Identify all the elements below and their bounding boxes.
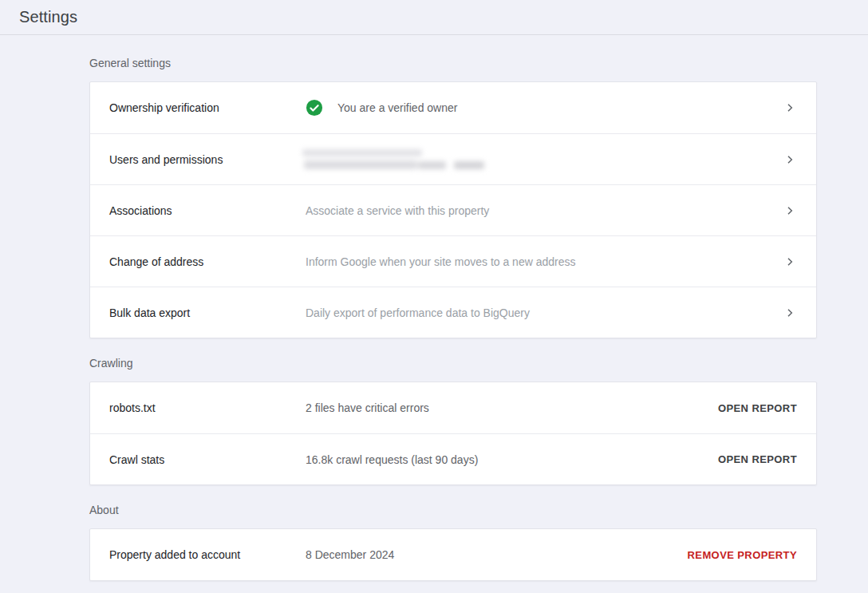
chevron-right-icon (783, 152, 797, 167)
chevron-right-icon (783, 306, 797, 320)
remove-property-button[interactable]: REMOVE PROPERTY (688, 543, 797, 567)
general-settings-card: Ownership verification You are a verifie… (89, 81, 817, 338)
crawling-card: robots.txt 2 files have critical errors … (89, 381, 817, 485)
settings-content: General settings Ownership verification … (0, 57, 817, 581)
section-label-general-settings: General settings (89, 57, 817, 69)
row-label: Crawl stats (109, 453, 306, 466)
row-label: Ownership verification (109, 101, 306, 114)
row-property-added: Property added to account 8 December 202… (90, 529, 816, 580)
redacted-text (302, 148, 487, 171)
verified-owner-text: You are a verified owner (337, 101, 457, 114)
row-value: You are a verified owner (306, 99, 783, 117)
check-circle-icon (306, 99, 323, 117)
row-label: Property added to account (109, 548, 306, 561)
row-associations[interactable]: Associations Associate a service with th… (90, 184, 816, 235)
row-change-of-address[interactable]: Change of address Inform Google when you… (90, 235, 816, 287)
row-label: Users and permissions (109, 153, 306, 166)
about-card: Property added to account 8 December 202… (89, 528, 817, 581)
open-report-button[interactable]: OPEN REPORT (718, 447, 797, 472)
row-label: robots.txt (109, 401, 306, 414)
row-label: Associations (109, 204, 306, 217)
row-value (306, 148, 783, 171)
chevron-right-icon (783, 255, 797, 269)
row-crawl-stats: Crawl stats 16.8k crawl requests (last 9… (90, 433, 816, 484)
row-value: Daily export of performance data to BigQ… (306, 306, 783, 319)
row-robots-txt: robots.txt 2 files have critical errors … (90, 382, 816, 433)
open-report-button[interactable]: OPEN REPORT (718, 396, 797, 421)
row-label: Bulk data export (109, 306, 306, 319)
row-bulk-data-export[interactable]: Bulk data export Daily export of perform… (90, 287, 816, 338)
row-ownership-verification[interactable]: Ownership verification You are a verifie… (90, 82, 816, 133)
section-label-crawling: Crawling (89, 358, 817, 370)
row-value: Associate a service with this property (306, 204, 783, 217)
chevron-right-icon (783, 101, 797, 115)
row-value: 16.8k crawl requests (last 90 days) (306, 453, 718, 466)
page-header: Settings (0, 0, 868, 35)
row-users-and-permissions[interactable]: Users and permissions (90, 133, 816, 184)
section-label-about: About (89, 504, 817, 516)
page-title: Settings (19, 8, 77, 26)
row-value: 8 December 2024 (306, 548, 688, 561)
settings-page: Settings General settings Ownership veri… (0, 0, 868, 593)
row-label: Change of address (109, 255, 306, 268)
chevron-right-icon (783, 204, 797, 218)
row-value: 2 files have critical errors (306, 401, 718, 414)
row-value: Inform Google when your site moves to a … (306, 255, 783, 268)
